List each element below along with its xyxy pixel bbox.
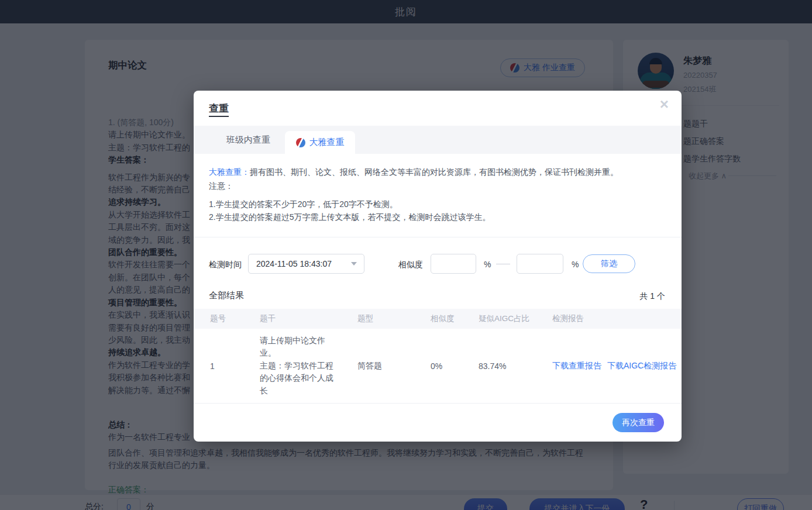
download-aigc-report-link[interactable]: 下载AIGC检测报告 — [607, 361, 676, 371]
daya-intro-text: 拥有图书、期刊、论文、报纸、网络全文等丰富的对比资源库，有图书检测优势，保证书刊… — [250, 167, 618, 177]
cell-qtype: 简答题 — [357, 361, 431, 371]
note-label: 注意： — [209, 179, 666, 193]
cell-similarity: 0% — [431, 361, 479, 371]
tab-daya-check[interactable]: 大雅查重 — [285, 131, 355, 154]
recheck-button[interactable]: 再次查重 — [613, 413, 664, 432]
similarity-label: 相似度 — [398, 260, 423, 270]
cell-report: 下载查重报告 下载AIGC检测报告 — [552, 361, 682, 371]
range-dash — [496, 264, 510, 264]
check-time-select[interactable]: 2024-11-05 18:43:07 — [248, 254, 364, 274]
tab-daya-check-label: 大雅查重 — [309, 137, 345, 148]
filter-button[interactable]: 筛选 — [583, 254, 635, 273]
table-row: 1 请上传期中论文作业。 主题：学习软件工程的心得体会和个人成长 简答题 0% … — [194, 329, 682, 404]
check-time-label: 检测时间 — [209, 260, 242, 270]
all-results-label: 全部结果 — [209, 290, 244, 301]
similarity-min-input[interactable] — [431, 254, 476, 274]
plagiarism-check-modal: 查重 × 班级内查重 大雅查重 大雅查重：拥有图书、期刊、论文、报纸、网络全文等… — [194, 91, 682, 442]
cell-stem: 请上传期中论文作业。 主题：学习软件工程的心得体会和个人成长 — [260, 335, 337, 397]
screen: 批阅 期中论文 大雅 作业查重 1. (简答题, 100分) 请上传期中论文作业… — [0, 0, 812, 510]
divider — [194, 237, 682, 237]
results-table-header: 题号 题干 题型 相似度 疑似AIGC占比 检测报告 — [194, 309, 682, 329]
results-count: 共 1 个 — [639, 291, 665, 302]
check-tabbar: 班级内查重 大雅查重 — [194, 126, 682, 154]
check-notes: 1.学生提交的答案不少于20字，低于20字不予检测。 2.学生提交的答案超过5万… — [209, 198, 490, 223]
col-header-stem: 题干 — [260, 313, 357, 324]
cell-aigc: 83.74% — [479, 361, 552, 371]
daya-intro-lead: 大雅查重： — [209, 167, 250, 177]
daya-intro: 大雅查重：拥有图书、期刊、论文、报纸、网络全文等丰富的对比资源库，有图书检测优势… — [209, 165, 666, 193]
percent-sign: % — [572, 260, 579, 269]
cell-qno: 1 — [210, 361, 260, 371]
col-header-report: 检测报告 — [552, 313, 682, 324]
col-header-qno: 题号 — [210, 313, 260, 324]
col-header-qtype: 题型 — [357, 313, 431, 324]
similarity-max-input[interactable] — [517, 254, 563, 274]
tab-class-check[interactable]: 班级内查重 — [226, 126, 270, 154]
chevron-down-icon — [351, 262, 357, 266]
col-header-similarity: 相似度 — [431, 313, 479, 324]
check-time-value: 2024-11-05 18:43:07 — [256, 259, 332, 268]
col-header-aigc: 疑似AIGC占比 — [479, 313, 552, 324]
note-line: 1.学生提交的答案不少于20字，低于20字不予检测。 — [209, 198, 490, 211]
percent-sign: % — [484, 260, 491, 269]
note-line: 2.学生提交的答案超过5万字需上传文本版，若不提交，检测时会跳过该学生。 — [209, 211, 490, 224]
download-check-report-link[interactable]: 下载查重报告 — [552, 361, 601, 371]
close-icon[interactable]: × — [660, 97, 669, 112]
daya-logo-icon — [296, 138, 305, 147]
modal-title: 查重 — [209, 102, 229, 115]
